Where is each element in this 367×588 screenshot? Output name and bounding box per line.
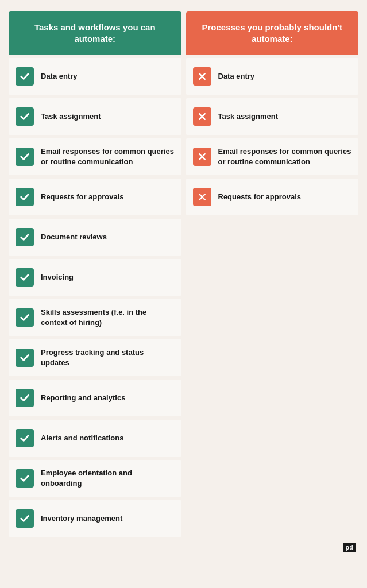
left-cell: Reporting and analytics xyxy=(9,380,181,416)
right-cell-text: Requests for approvals xyxy=(218,192,302,202)
left-cell: Invoicing xyxy=(9,259,181,296)
check-icon xyxy=(16,509,34,528)
check-icon xyxy=(16,429,34,447)
left-cell: Alerts and notifications xyxy=(9,420,181,457)
table-row: Invoicing xyxy=(9,259,358,296)
check-icon xyxy=(16,107,34,126)
right-cell: Data entry xyxy=(186,58,359,95)
left-cell-text: Document reviews xyxy=(41,232,107,242)
right-cell xyxy=(186,420,359,457)
right-cell: Task assignment xyxy=(186,98,359,135)
check-icon xyxy=(16,349,34,367)
cross-icon xyxy=(193,67,211,86)
table-row: Reporting and analytics xyxy=(9,380,358,416)
left-cell-text: Data entry xyxy=(41,71,78,82)
table-row: Document reviews xyxy=(9,219,358,256)
table-row: Skills assessments (f.e. in the context … xyxy=(9,299,358,336)
left-cell-text: Requests for approvals xyxy=(41,192,124,202)
table-row: Employee orientation and onboarding xyxy=(9,460,358,497)
check-icon xyxy=(16,469,34,488)
right-cell xyxy=(186,339,359,376)
left-cell: Inventory management xyxy=(9,500,181,537)
table-row: Email responses for common queries or ro… xyxy=(9,138,358,175)
left-cell: Skills assessments (f.e. in the context … xyxy=(9,299,181,336)
left-cell: Email responses for common queries or ro… xyxy=(9,138,181,175)
left-cell: Employee orientation and onboarding xyxy=(9,460,181,497)
right-cell xyxy=(186,500,359,537)
left-cell: Progress tracking and status updates xyxy=(9,339,181,376)
check-icon xyxy=(16,67,34,86)
left-cell-text: Skills assessments (f.e. in the context … xyxy=(41,307,175,327)
right-cell xyxy=(186,380,359,416)
check-icon xyxy=(16,308,34,327)
check-icon xyxy=(16,268,34,287)
left-cell-text: Task assignment xyxy=(41,111,101,122)
table-row: Data entry Data entry xyxy=(9,58,358,95)
logo-area: pd xyxy=(9,543,358,552)
left-cell-text: Alerts and notifications xyxy=(41,433,123,443)
right-cell xyxy=(186,259,359,296)
check-icon xyxy=(16,389,34,407)
right-cell-text: Task assignment xyxy=(218,111,279,122)
left-cell: Data entry xyxy=(9,58,181,95)
table-row: Progress tracking and status updates xyxy=(9,339,358,376)
logo-badge: pd xyxy=(343,543,356,552)
left-cell-text: Inventory management xyxy=(41,513,122,524)
cross-icon xyxy=(193,148,211,166)
table-row: Alerts and notifications xyxy=(9,420,358,457)
right-header: Processes you probably shouldn't automat… xyxy=(186,11,359,55)
cross-icon xyxy=(193,107,211,126)
table-row: Inventory management xyxy=(9,500,358,537)
check-icon xyxy=(16,148,34,166)
left-cell-text: Invoicing xyxy=(41,272,74,283)
left-cell-text: Reporting and analytics xyxy=(41,393,125,403)
left-cell: Task assignment xyxy=(9,98,181,135)
table-row: Task assignment Task assignment xyxy=(9,98,358,135)
cross-icon xyxy=(193,188,211,206)
right-cell xyxy=(186,219,359,256)
left-cell-text: Employee orientation and onboarding xyxy=(41,468,175,488)
left-cell: Requests for approvals xyxy=(9,179,181,215)
right-cell xyxy=(186,299,359,336)
left-cell-text: Progress tracking and status updates xyxy=(41,347,175,368)
left-cell: Document reviews xyxy=(9,219,181,256)
right-cell-text: Data entry xyxy=(218,71,255,82)
rows-container: Data entry Data entry Task assignment Ta… xyxy=(9,58,358,537)
table-row: Requests for approvals Requests for appr… xyxy=(9,179,358,215)
left-header: Tasks and workflows you can automate: xyxy=(9,11,181,55)
left-cell-text: Email responses for common queries or ro… xyxy=(41,146,175,167)
check-icon xyxy=(16,188,34,206)
comparison-table: Tasks and workflows you can automate: Pr… xyxy=(9,11,358,537)
right-cell-text: Email responses for common queries or ro… xyxy=(218,146,352,167)
right-cell xyxy=(186,460,359,497)
right-cell: Email responses for common queries or ro… xyxy=(186,138,359,175)
header-row: Tasks and workflows you can automate: Pr… xyxy=(9,11,358,55)
right-cell: Requests for approvals xyxy=(186,179,359,215)
check-icon xyxy=(16,228,34,246)
